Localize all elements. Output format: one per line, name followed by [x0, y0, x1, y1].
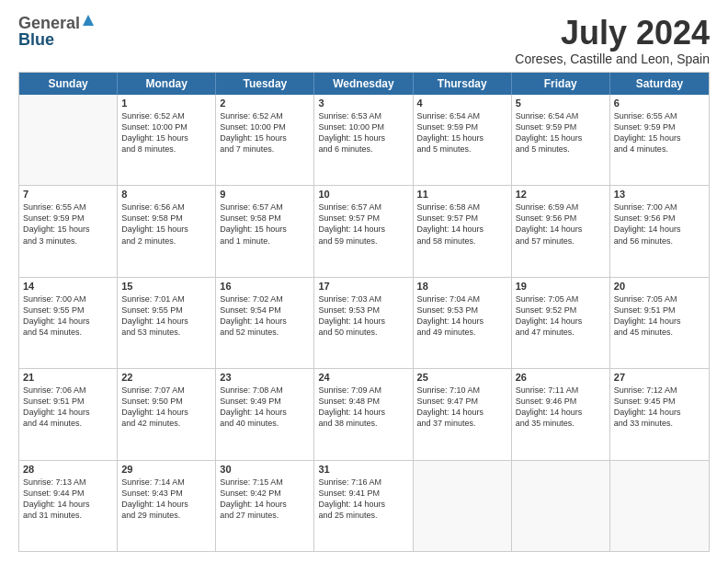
cell-info: Sunrise: 6:58 AMSunset: 9:57 PMDaylight:… — [417, 201, 507, 247]
cell-info: Sunrise: 6:52 AMSunset: 10:00 PMDaylight… — [220, 110, 310, 155]
calendar-cell: 5Sunrise: 6:54 AMSunset: 9:59 PMDaylight… — [512, 95, 610, 185]
cell-info: Sunrise: 6:56 AMSunset: 9:58 PMDaylight:… — [121, 201, 211, 247]
day-number: 14 — [23, 281, 113, 292]
cell-info: Sunrise: 6:54 AMSunset: 9:59 PMDaylight:… — [417, 110, 507, 155]
calendar-cell: 10Sunrise: 6:57 AMSunset: 9:57 PMDayligh… — [314, 186, 413, 276]
cell-info: Sunrise: 7:13 AMSunset: 9:44 PMDaylight:… — [23, 477, 113, 522]
day-number: 4 — [417, 98, 507, 109]
calendar-cell: 26Sunrise: 7:11 AMSunset: 9:46 PMDayligh… — [512, 369, 610, 459]
calendar-row: 28Sunrise: 7:13 AMSunset: 9:44 PMDayligh… — [19, 460, 709, 551]
day-number: 29 — [121, 464, 211, 475]
logo: General Blue — [18, 15, 94, 48]
calendar-cell — [414, 461, 512, 551]
cell-info: Sunrise: 6:53 AMSunset: 10:00 PMDaylight… — [318, 110, 408, 155]
cell-info: Sunrise: 7:02 AMSunset: 9:54 PMDaylight:… — [220, 293, 310, 339]
day-number: 12 — [516, 189, 606, 200]
day-number: 23 — [220, 372, 310, 383]
calendar-cell: 12Sunrise: 6:59 AMSunset: 9:56 PMDayligh… — [512, 186, 610, 276]
cell-info: Sunrise: 7:00 AMSunset: 9:55 PMDaylight:… — [23, 293, 113, 339]
day-number: 13 — [614, 189, 705, 200]
cell-info: Sunrise: 7:04 AMSunset: 9:53 PMDaylight:… — [417, 293, 507, 339]
calendar-cell: 4Sunrise: 6:54 AMSunset: 9:59 PMDaylight… — [414, 95, 512, 185]
cell-info: Sunrise: 7:09 AMSunset: 9:48 PMDaylight:… — [318, 385, 408, 430]
logo-triangle-icon — [83, 15, 94, 26]
calendar-cell — [19, 95, 118, 185]
calendar-header: SundayMondayTuesdayWednesdayThursdayFrid… — [19, 73, 709, 95]
calendar: SundayMondayTuesdayWednesdayThursdayFrid… — [18, 72, 710, 552]
cell-info: Sunrise: 6:55 AMSunset: 9:59 PMDaylight:… — [23, 201, 113, 247]
calendar-cell: 7Sunrise: 6:55 AMSunset: 9:59 PMDaylight… — [19, 186, 118, 276]
page-title: July 2024 — [515, 15, 710, 52]
calendar-row: 21Sunrise: 7:06 AMSunset: 9:51 PMDayligh… — [19, 368, 709, 459]
page: General Blue July 2024 Coreses, Castille… — [0, 0, 728, 563]
calendar-cell: 24Sunrise: 7:09 AMSunset: 9:48 PMDayligh… — [314, 369, 413, 459]
day-number: 28 — [23, 464, 113, 475]
calendar-cell: 19Sunrise: 7:05 AMSunset: 9:52 PMDayligh… — [512, 278, 610, 368]
calendar-cell: 17Sunrise: 7:03 AMSunset: 9:53 PMDayligh… — [314, 278, 413, 368]
calendar-cell: 8Sunrise: 6:56 AMSunset: 9:58 PMDaylight… — [118, 186, 216, 276]
cell-info: Sunrise: 6:57 AMSunset: 9:57 PMDaylight:… — [318, 201, 408, 247]
cell-info: Sunrise: 7:08 AMSunset: 9:49 PMDaylight:… — [220, 385, 310, 430]
cell-info: Sunrise: 7:03 AMSunset: 9:53 PMDaylight:… — [318, 293, 408, 339]
cell-info: Sunrise: 7:16 AMSunset: 9:41 PMDaylight:… — [318, 477, 408, 522]
day-number: 6 — [614, 98, 705, 109]
page-subtitle: Coreses, Castille and Leon, Spain — [515, 52, 710, 66]
day-number: 3 — [318, 98, 408, 109]
calendar-header-cell: Sunday — [19, 73, 118, 95]
day-number: 11 — [417, 189, 507, 200]
cell-info: Sunrise: 7:06 AMSunset: 9:51 PMDaylight:… — [23, 385, 113, 430]
day-number: 15 — [121, 281, 211, 292]
calendar-cell: 22Sunrise: 7:07 AMSunset: 9:50 PMDayligh… — [118, 369, 216, 459]
cell-info: Sunrise: 7:10 AMSunset: 9:47 PMDaylight:… — [417, 385, 507, 430]
day-number: 19 — [516, 281, 606, 292]
day-number: 22 — [121, 372, 211, 383]
calendar-cell: 29Sunrise: 7:14 AMSunset: 9:43 PMDayligh… — [118, 461, 216, 551]
calendar-cell: 1Sunrise: 6:52 AMSunset: 10:00 PMDayligh… — [118, 95, 216, 185]
calendar-header-cell: Tuesday — [216, 73, 314, 95]
calendar-cell: 9Sunrise: 6:57 AMSunset: 9:58 PMDaylight… — [216, 186, 314, 276]
calendar-cell: 27Sunrise: 7:12 AMSunset: 9:45 PMDayligh… — [610, 369, 709, 459]
calendar-cell: 30Sunrise: 7:15 AMSunset: 9:42 PMDayligh… — [216, 461, 314, 551]
calendar-header-cell: Friday — [512, 73, 610, 95]
cell-info: Sunrise: 6:55 AMSunset: 9:59 PMDaylight:… — [614, 110, 705, 155]
day-number: 18 — [417, 281, 507, 292]
calendar-row: 1Sunrise: 6:52 AMSunset: 10:00 PMDayligh… — [19, 95, 709, 185]
day-number: 31 — [318, 464, 408, 475]
calendar-cell: 11Sunrise: 6:58 AMSunset: 9:57 PMDayligh… — [414, 186, 512, 276]
day-number: 25 — [417, 372, 507, 383]
cell-info: Sunrise: 6:57 AMSunset: 9:58 PMDaylight:… — [220, 201, 310, 247]
calendar-cell — [512, 461, 610, 551]
cell-info: Sunrise: 7:12 AMSunset: 9:45 PMDaylight:… — [614, 385, 705, 430]
cell-info: Sunrise: 6:59 AMSunset: 9:56 PMDaylight:… — [516, 201, 606, 247]
cell-info: Sunrise: 7:15 AMSunset: 9:42 PMDaylight:… — [220, 477, 310, 522]
calendar-cell: 25Sunrise: 7:10 AMSunset: 9:47 PMDayligh… — [414, 369, 512, 459]
day-number: 20 — [614, 281, 705, 292]
cell-info: Sunrise: 7:05 AMSunset: 9:52 PMDaylight:… — [516, 293, 606, 339]
calendar-cell: 14Sunrise: 7:00 AMSunset: 9:55 PMDayligh… — [19, 278, 118, 368]
day-number: 9 — [220, 189, 310, 200]
calendar-cell: 20Sunrise: 7:05 AMSunset: 9:51 PMDayligh… — [610, 278, 709, 368]
title-block: July 2024 Coreses, Castille and Leon, Sp… — [515, 15, 710, 66]
day-number: 2 — [220, 98, 310, 109]
cell-info: Sunrise: 7:00 AMSunset: 9:56 PMDaylight:… — [614, 201, 705, 247]
day-number: 10 — [318, 189, 408, 200]
calendar-header-cell: Monday — [118, 73, 216, 95]
calendar-cell — [610, 461, 709, 551]
calendar-cell: 18Sunrise: 7:04 AMSunset: 9:53 PMDayligh… — [414, 278, 512, 368]
logo-general: General — [18, 15, 80, 31]
calendar-header-cell: Saturday — [610, 73, 709, 95]
calendar-cell: 3Sunrise: 6:53 AMSunset: 10:00 PMDayligh… — [314, 95, 413, 185]
calendar-row: 7Sunrise: 6:55 AMSunset: 9:59 PMDaylight… — [19, 185, 709, 276]
calendar-cell: 15Sunrise: 7:01 AMSunset: 9:55 PMDayligh… — [118, 278, 216, 368]
cell-info: Sunrise: 7:14 AMSunset: 9:43 PMDaylight:… — [121, 477, 211, 522]
calendar-cell: 23Sunrise: 7:08 AMSunset: 9:49 PMDayligh… — [216, 369, 314, 459]
day-number: 24 — [318, 372, 408, 383]
calendar-row: 14Sunrise: 7:00 AMSunset: 9:55 PMDayligh… — [19, 277, 709, 368]
day-number: 27 — [614, 372, 705, 383]
day-number: 21 — [23, 372, 113, 383]
header: General Blue July 2024 Coreses, Castille… — [18, 15, 710, 66]
calendar-cell: 13Sunrise: 7:00 AMSunset: 9:56 PMDayligh… — [610, 186, 709, 276]
calendar-cell: 21Sunrise: 7:06 AMSunset: 9:51 PMDayligh… — [19, 369, 118, 459]
day-number: 16 — [220, 281, 310, 292]
day-number: 1 — [121, 98, 211, 109]
